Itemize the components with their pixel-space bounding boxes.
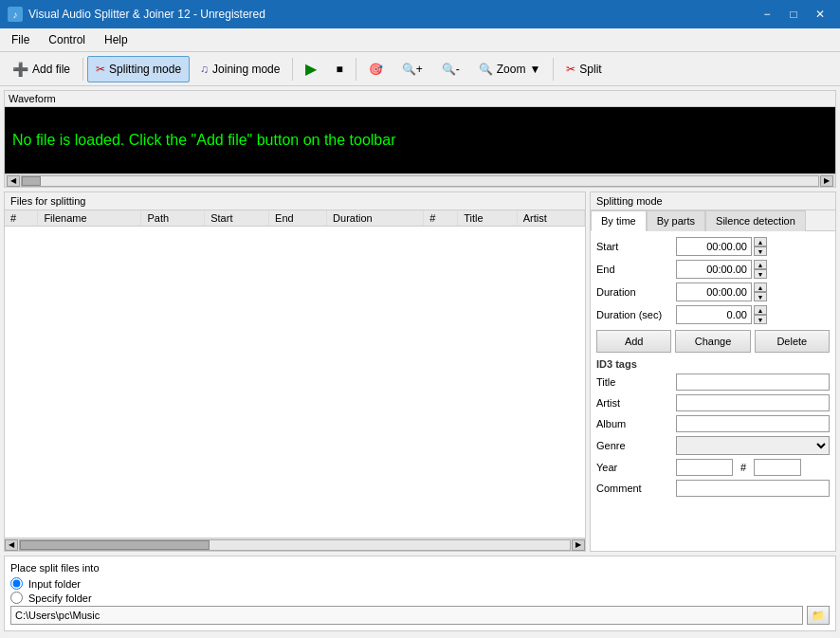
col-header-path: Path bbox=[141, 210, 205, 227]
duration-sec-row: Duration (sec) ▲ ▼ bbox=[596, 305, 830, 324]
folder-path-input[interactable] bbox=[10, 606, 803, 625]
close-button[interactable]: ✕ bbox=[808, 5, 832, 24]
change-button[interactable]: Change bbox=[675, 330, 750, 353]
tab-silence-detection[interactable]: Silence detection bbox=[705, 210, 806, 231]
add-file-label: Add file bbox=[32, 63, 70, 76]
id3-title-input[interactable] bbox=[676, 374, 830, 391]
id3-artist-input[interactable] bbox=[676, 394, 830, 411]
zoom-in-button[interactable]: 🔍+ bbox=[393, 56, 431, 82]
waveform-label: Waveform bbox=[5, 91, 835, 107]
waveform-display: No file is loaded. Click the "Add file" … bbox=[5, 107, 835, 173]
id3-year-row: Year # bbox=[596, 459, 830, 476]
input-folder-radio[interactable] bbox=[10, 577, 23, 590]
files-scroll-thumb[interactable] bbox=[20, 540, 210, 550]
col-header-end: End bbox=[269, 210, 327, 227]
specify-folder-radio[interactable] bbox=[10, 592, 23, 604]
start-input-wrap: ▲ ▼ bbox=[676, 237, 767, 256]
menu-help[interactable]: Help bbox=[97, 30, 136, 49]
add-button[interactable]: Add bbox=[596, 330, 671, 353]
start-spin-up[interactable]: ▲ bbox=[754, 237, 767, 246]
zoom-arrow-icon: ▼ bbox=[529, 63, 540, 76]
duration-spin-up[interactable]: ▲ bbox=[754, 283, 767, 292]
joining-mode-button[interactable]: ♫ Joining mode bbox=[192, 56, 288, 82]
bottom-bar: Place split files into Input folder Spec… bbox=[4, 556, 836, 631]
tabs: By time By parts Silence detection bbox=[591, 210, 835, 231]
right-panel: Splitting mode By time By parts Silence … bbox=[590, 191, 836, 552]
hash-label: # bbox=[740, 462, 746, 473]
browse-folder-button[interactable]: 📁 bbox=[807, 606, 830, 625]
id3-title-label: Title bbox=[596, 376, 672, 388]
col-header-filename: Filename bbox=[38, 210, 141, 227]
files-scroll-left[interactable]: ◀ bbox=[5, 539, 18, 551]
duration-row: Duration ▲ ▼ bbox=[596, 283, 830, 301]
col-header-duration: Duration bbox=[327, 210, 424, 227]
separator-1 bbox=[82, 58, 83, 81]
zoom-out-button[interactable]: 🔍- bbox=[433, 56, 468, 82]
col-header-track: # bbox=[424, 210, 458, 227]
end-spinner: ▲ ▼ bbox=[754, 260, 767, 279]
waveform-section: Waveform No file is loaded. Click the "A… bbox=[4, 90, 836, 188]
scissors-icon: ✂ bbox=[96, 63, 105, 76]
id3-genre-row: Genre bbox=[596, 436, 830, 455]
duration-sec-input-wrap: ▲ ▼ bbox=[676, 305, 767, 324]
joining-icon: ♫ bbox=[200, 63, 209, 76]
splitting-mode-title: Splitting mode bbox=[591, 192, 835, 210]
splitting-mode-button[interactable]: ✂ Splitting mode bbox=[87, 56, 190, 82]
duration-spinner: ▲ ▼ bbox=[754, 283, 767, 301]
duration-sec-input[interactable] bbox=[676, 305, 752, 324]
action-buttons: Add Change Delete bbox=[596, 330, 830, 353]
tab-by-parts[interactable]: By parts bbox=[647, 210, 705, 231]
bottom-area: Files for splitting # Filename Path Star… bbox=[4, 191, 836, 552]
duration-label: Duration bbox=[596, 286, 672, 298]
waveform-scrollbar: ◀ ▶ bbox=[5, 173, 835, 187]
end-spin-up[interactable]: ▲ bbox=[754, 260, 767, 269]
duration-sec-spin-up[interactable]: ▲ bbox=[754, 305, 767, 315]
scroll-left-button[interactable]: ◀ bbox=[7, 175, 20, 187]
end-input[interactable] bbox=[676, 260, 752, 279]
end-row: End ▲ ▼ bbox=[596, 260, 830, 279]
duration-sec-spin-down[interactable]: ▼ bbox=[754, 315, 767, 324]
files-scroll-track[interactable] bbox=[19, 539, 571, 551]
start-spin-down[interactable]: ▼ bbox=[754, 246, 767, 256]
col-header-num: # bbox=[5, 210, 38, 227]
maximize-button[interactable]: □ bbox=[781, 5, 806, 24]
right-content: Start ▲ ▼ End ▲ bbox=[591, 231, 835, 551]
id3-genre-select[interactable] bbox=[676, 436, 830, 455]
duration-input[interactable] bbox=[676, 283, 752, 301]
split-scissors-icon: ✂ bbox=[566, 63, 575, 76]
duration-spin-down[interactable]: ▼ bbox=[754, 292, 767, 301]
play-button[interactable]: ▶ bbox=[297, 56, 325, 82]
menu-file[interactable]: File bbox=[4, 30, 37, 49]
id3-year-input[interactable] bbox=[676, 459, 733, 476]
scroll-right-button[interactable]: ▶ bbox=[820, 175, 833, 187]
files-table[interactable]: # Filename Path Start End Duration # Tit… bbox=[5, 210, 585, 538]
end-spin-down[interactable]: ▼ bbox=[754, 269, 767, 279]
zoom-icon: 🔍 bbox=[479, 63, 493, 76]
id3-comment-row: Comment bbox=[596, 480, 830, 497]
end-label: End bbox=[596, 264, 672, 275]
waveform-scroll-thumb[interactable] bbox=[22, 176, 41, 186]
id3-genre-label: Genre bbox=[596, 440, 672, 451]
stop-button[interactable]: ■ bbox=[327, 56, 351, 82]
files-panel-header: Files for splitting bbox=[5, 192, 585, 210]
id3-album-input[interactable] bbox=[676, 415, 830, 432]
waveform-scroll-track[interactable] bbox=[21, 175, 819, 187]
add-file-icon: ➕ bbox=[12, 62, 28, 77]
id3-comment-input[interactable] bbox=[676, 480, 830, 497]
toolbar: ➕ Add file ✂ Splitting mode ♫ Joining mo… bbox=[0, 52, 840, 86]
start-input[interactable] bbox=[676, 237, 752, 256]
split-button[interactable]: ✂ Split bbox=[557, 56, 610, 82]
navigate-button[interactable]: 🎯 bbox=[360, 56, 392, 82]
delete-button[interactable]: Delete bbox=[755, 330, 830, 353]
duration-sec-spinner: ▲ ▼ bbox=[754, 305, 767, 324]
tab-by-time[interactable]: By time bbox=[591, 210, 647, 231]
files-scrollbar: ◀ ▶ bbox=[5, 538, 585, 551]
id3-comment-label: Comment bbox=[596, 483, 672, 494]
zoom-select-button[interactable]: 🔍 Zoom ▼ bbox=[470, 56, 550, 82]
files-panel: Files for splitting # Filename Path Star… bbox=[4, 191, 586, 552]
files-scroll-right[interactable]: ▶ bbox=[572, 539, 585, 551]
id3-track-input[interactable] bbox=[754, 459, 801, 476]
menu-control[interactable]: Control bbox=[41, 30, 93, 49]
minimize-button[interactable]: − bbox=[755, 5, 779, 24]
add-file-button[interactable]: ➕ Add file bbox=[4, 56, 79, 82]
